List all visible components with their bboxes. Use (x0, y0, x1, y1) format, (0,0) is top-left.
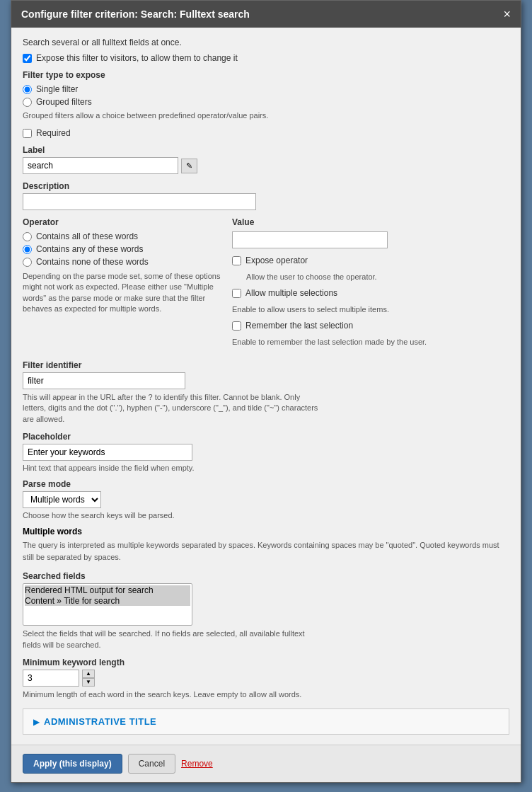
operator-section: Operator Contains all of these words Con… (23, 217, 221, 353)
multiple-words-desc: The query is interpreted as multiple key… (23, 539, 509, 563)
parse-mode-select[interactable]: Multiple words Single word Phrase (23, 491, 101, 508)
min-keyword-wrapper: ▲ ▼ (23, 670, 509, 687)
apply-button[interactable]: Apply (this display) (23, 754, 122, 774)
close-button[interactable]: × (503, 8, 511, 21)
modal-header: Configure filter criterion: Search: Full… (11, 1, 521, 28)
contains-none-label: Contains none of these words (36, 257, 149, 267)
required-label: Required (36, 128, 71, 138)
admin-title-arrow-icon: ▶ (33, 717, 40, 727)
label-field-label: Label (23, 145, 509, 155)
allow-multiple-checkbox[interactable] (232, 289, 241, 298)
searched-fields-row: Searched fields Rendered HTML output for… (23, 571, 509, 650)
allow-multiple-section: Allow multiple selections Enable to allo… (232, 288, 509, 314)
filter-type-label: Filter type to expose (23, 70, 509, 80)
expose-filter-label: Expose this filter to visitors, to allow… (36, 53, 238, 63)
contains-any-radio[interactable] (23, 245, 32, 254)
single-filter-radio[interactable] (23, 85, 32, 94)
value-label: Value (232, 217, 509, 227)
allow-multiple-label: Allow multiple selections (245, 288, 337, 298)
parse-mode-row: Parse mode Multiple words Single word Ph… (23, 479, 509, 520)
contains-all-label: Contains all of these words (36, 231, 138, 241)
admin-title-label: ADMINISTRATIVE TITLE (44, 716, 156, 727)
contains-all-radio[interactable] (23, 232, 32, 241)
filter-identifier-input[interactable] (23, 372, 185, 389)
contains-none-row: Contains none of these words (23, 257, 221, 267)
operator-radio-group: Contains all of these words Contains any… (23, 231, 221, 267)
single-filter-row: Single filter (23, 84, 509, 94)
contains-any-row: Contains any of these words (23, 244, 221, 254)
expose-filter-row: Expose this filter to visitors, to allow… (23, 53, 509, 63)
searched-fields-select[interactable]: Rendered HTML output for search Content … (23, 583, 192, 626)
placeholder-hint: Hint text that appears inside the field … (23, 464, 509, 472)
description-row: Description (23, 181, 509, 210)
filter-identifier-row: Filter identifier This will appear in th… (23, 360, 509, 425)
grouped-filters-radio[interactable] (23, 98, 32, 107)
expose-operator-checkbox[interactable] (232, 256, 241, 265)
searched-fields-option-html: Rendered HTML output for search (25, 585, 190, 595)
parse-mode-select-hint: Choose how the search keys will be parse… (23, 511, 509, 520)
modal-footer: Apply (this display) Cancel Remove (11, 745, 521, 782)
remember-last-section: Remember the last selection Enable to re… (232, 321, 509, 346)
expose-operator-label: Expose operator (245, 256, 308, 265)
expose-operator-hint: Allow the user to choose the operator. (246, 272, 509, 281)
spinner-down-button[interactable]: ▼ (82, 678, 95, 687)
placeholder-input[interactable] (23, 444, 192, 461)
searched-fields-label: Searched fields (23, 571, 509, 581)
filter-type-section: Filter type to expose Single filter Grou… (23, 70, 509, 120)
label-edit-btn[interactable]: ✎ (181, 159, 197, 173)
contains-any-label: Contains any of these words (36, 244, 143, 254)
filter-type-radio-group: Single filter Grouped filters (23, 84, 509, 107)
description-label: Description (23, 181, 509, 191)
min-keyword-input[interactable] (23, 670, 79, 687)
spinner-buttons: ▲ ▼ (82, 670, 95, 687)
value-input[interactable] (232, 231, 388, 248)
contains-none-radio[interactable] (23, 258, 32, 267)
expose-operator-row: Expose operator (232, 256, 509, 265)
value-section: Value Expose operator Allow the user to … (232, 217, 509, 353)
remember-last-row: Remember the last selection (232, 321, 509, 331)
modal-dialog: Configure filter criterion: Search: Full… (11, 0, 521, 783)
filter-id-hint: This will appear in the URL after the ? … (23, 392, 320, 425)
modal-body: Search several or all fulltext fields at… (11, 28, 521, 745)
min-keyword-hint: Minimum length of each word in the searc… (23, 689, 509, 700)
spinner-up-button[interactable]: ▲ (82, 670, 95, 678)
intro-text: Search several or all fulltext fields at… (23, 38, 509, 47)
modal-title: Configure filter criterion: Search: Full… (21, 8, 250, 20)
grouped-filters-row: Grouped filters (23, 97, 509, 107)
searched-fields-hint: Select the fields that will be searched.… (23, 629, 320, 650)
allow-multiple-hint: Enable to allow users to select multiple… (232, 305, 509, 314)
grouped-hint: Grouped filters allow a choice between p… (23, 111, 509, 120)
required-checkbox[interactable] (23, 129, 32, 138)
remember-last-hint: Enable to remember the last selection ma… (232, 338, 509, 346)
parse-mode-hint: Depending on the parse mode set, some of… (23, 271, 221, 315)
placeholder-row: Placeholder Hint text that appears insid… (23, 432, 509, 472)
expose-operator-section: Expose operator Allow the user to choose… (232, 256, 509, 281)
cancel-button[interactable]: Cancel (128, 754, 175, 774)
required-row: Required (23, 128, 509, 138)
remove-button[interactable]: Remove (181, 759, 213, 769)
searched-fields-option-title: Content » Title for search (25, 596, 190, 606)
multiple-words-section: Multiple words The query is interpreted … (23, 527, 509, 563)
admin-title-header[interactable]: ▶ ADMINISTRATIVE TITLE (33, 716, 499, 727)
remember-last-checkbox[interactable] (232, 321, 241, 331)
filter-identifier-label: Filter identifier (23, 360, 509, 370)
remember-last-label: Remember the last selection (245, 321, 353, 331)
expose-filter-checkbox[interactable] (23, 54, 32, 63)
modal-overlay: Configure filter criterion: Search: Full… (0, 0, 532, 792)
label-row: Label ✎ (23, 145, 509, 174)
parse-mode-field-label: Parse mode (23, 479, 509, 489)
operator-value-section: Operator Contains all of these words Con… (23, 217, 509, 353)
min-keyword-label: Minimum keyword length (23, 658, 509, 667)
allow-multiple-row: Allow multiple selections (232, 288, 509, 298)
description-input[interactable] (23, 193, 256, 210)
contains-all-row: Contains all of these words (23, 231, 221, 241)
multiple-words-title: Multiple words (23, 527, 509, 536)
admin-title-section: ▶ ADMINISTRATIVE TITLE (23, 708, 509, 735)
min-keyword-section: Minimum keyword length ▲ ▼ Minimum lengt… (23, 658, 509, 700)
single-filter-label: Single filter (36, 84, 78, 94)
placeholder-label: Placeholder (23, 432, 509, 442)
label-input[interactable] (23, 157, 178, 174)
operator-label: Operator (23, 217, 221, 227)
grouped-filters-label: Grouped filters (36, 97, 92, 107)
